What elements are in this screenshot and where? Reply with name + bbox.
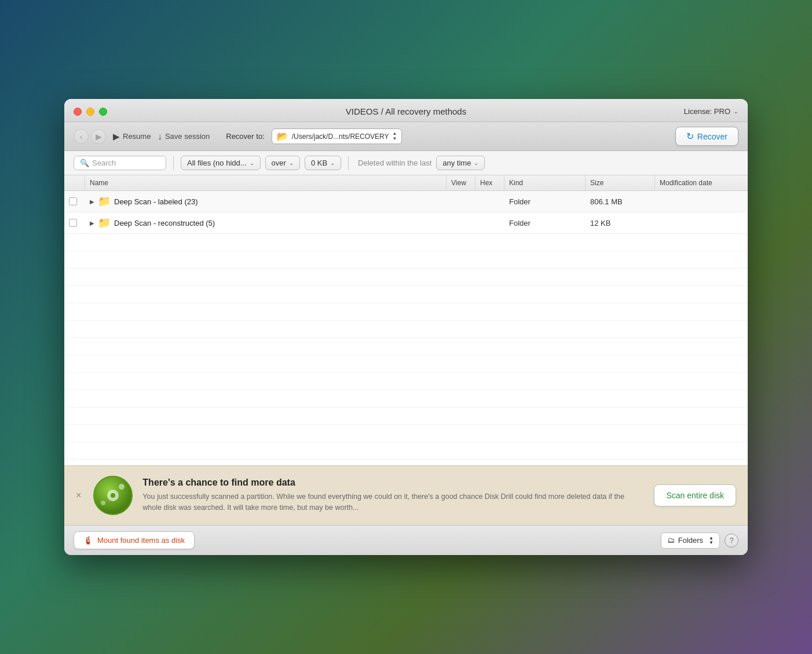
row2-hex [476,219,504,227]
row1-size: 806.1 MB [586,193,655,210]
folders-dropdown[interactable]: 🗂 Folders ▲ ▼ [661,532,720,549]
resume-icon: ▶ [113,131,120,142]
nav-buttons: ‹ ▶ [74,129,106,144]
help-button[interactable]: ? [725,534,738,548]
svg-point-2 [111,493,115,498]
recover-to-label: Recover to: [226,132,264,141]
row1-name: Deep Scan - labeled (23) [114,197,198,206]
table-row[interactable]: ▶ 📁 Deep Scan - reconstructed (5) Folder… [64,212,748,234]
row1-name-cell: ▶ 📁 Deep Scan - labeled (23) [85,191,447,212]
file-type-dropdown[interactable]: All files (no hidd... ⌄ [181,156,261,170]
col-view: View [447,175,476,190]
time-chevron-icon: ⌄ [474,160,478,166]
notification-text: You just successfully scanned a partitio… [142,491,645,513]
license-badge[interactable]: License: PRO ⌄ [684,107,738,116]
row2-checkbox-cell [64,215,85,231]
folders-selector: 🗂 Folders ▲ ▼ ? [661,532,738,549]
scan-entire-disk-button[interactable]: Scan entire disk [654,484,736,506]
row2-checkbox[interactable] [69,219,77,227]
row1-hex [476,197,504,205]
notification-bar: × There's a chance to find more data You… [64,465,748,525]
disk-icon [93,475,133,516]
empty-rows [64,234,748,465]
row1-modification [655,197,748,205]
file-table: Name View Hex Kind Size Modification dat… [64,175,748,465]
row2-modification [655,219,748,227]
refresh-icon: ↻ [686,131,694,142]
title-bar: VIDEOS / All recovery methods License: P… [64,99,748,122]
search-box[interactable]: 🔍 Search [74,156,166,170]
notification-title: There's a chance to find more data [142,477,645,488]
row1-view [447,197,476,205]
size-comparator-chevron-icon: ⌄ [289,160,294,166]
maximize-button[interactable] [99,108,107,116]
row2-name: Deep Scan - reconstructed (5) [114,219,215,227]
row2-view [447,219,476,227]
forward-icon: ▶ [96,132,102,141]
row2-kind: Folder [504,215,586,232]
notification-content: There's a chance to find more data You j… [142,477,645,513]
col-name: Name [85,175,447,190]
deleted-label: Deleted within the last [358,159,431,167]
col-modification: Modification date [655,175,748,190]
folder-icon: 📂 [277,131,288,142]
col-kind: Kind [504,175,586,190]
mount-disk-button[interactable]: 🧯 Mount found items as disk [74,531,195,549]
save-session-button[interactable]: ↓ Save session [158,131,210,141]
filter-divider [173,156,174,170]
app-window: VIDEOS / All recovery methods License: P… [64,99,748,555]
row1-checkbox-cell [64,193,85,210]
row2-size: 12 KB [586,215,655,232]
search-icon: 🔍 [80,159,89,167]
back-button[interactable]: ‹ [74,129,89,144]
close-button[interactable] [74,108,82,116]
col-hex: Hex [476,175,504,190]
forward-button[interactable]: ▶ [91,129,106,144]
row1-kind: Folder [504,193,586,210]
table-row[interactable]: ▶ 📁 Deep Scan - labeled (23) Folder 806.… [64,191,748,212]
time-dropdown[interactable]: any time ⌄ [436,156,485,170]
bottom-bar: 🧯 Mount found items as disk 🗂 Folders ▲ … [64,525,748,555]
svg-point-4 [101,501,105,505]
path-stepper[interactable]: ▲ ▼ [393,131,397,141]
mount-icon: 🧯 [83,536,93,545]
table-header: Name View Hex Kind Size Modification dat… [64,175,748,191]
size-value-dropdown[interactable]: 0 KB ⌄ [305,156,341,170]
svg-point-3 [119,484,125,490]
toolbar: ‹ ▶ ▶ Resume ↓ Save session Recover to: … [64,122,748,151]
col-checkbox [64,175,85,190]
folders-stepper: ▲ ▼ [709,536,714,545]
row1-folder-icon: 📁 [98,195,111,208]
col-size: Size [586,175,655,190]
size-value-chevron-icon: ⌄ [330,160,335,166]
path-selector[interactable]: 📂 /Users/jack/D...nts/RECOVERY ▲ ▼ [272,128,403,144]
back-icon: ‹ [80,132,83,141]
row2-name-cell: ▶ 📁 Deep Scan - reconstructed (5) [85,212,447,233]
filter-divider-2 [348,156,349,170]
minimize-button[interactable] [86,108,94,116]
filter-bar: 🔍 Search All files (no hidd... ⌄ over ⌄ … [64,151,748,175]
chevron-down-icon: ⌄ [733,108,738,115]
resume-button[interactable]: ▶ Resume [113,131,151,142]
stepper-down-icon: ▼ [393,137,397,141]
row1-checkbox[interactable] [69,197,77,205]
recover-button[interactable]: ↻ Recover [675,127,738,146]
save-icon: ↓ [158,131,162,141]
row2-folder-icon: 📁 [98,216,111,229]
size-comparator-dropdown[interactable]: over ⌄ [265,156,300,170]
file-type-chevron-icon: ⌄ [250,160,254,166]
traffic-lights [74,108,107,116]
notification-close-button[interactable]: × [76,490,81,501]
row1-expand-icon[interactable]: ▶ [90,199,94,205]
folders-icon: 🗂 [667,536,675,545]
stepper-up-icon: ▲ [393,131,397,136]
window-title: VIDEOS / All recovery methods [346,106,466,116]
row2-expand-icon[interactable]: ▶ [90,220,94,226]
